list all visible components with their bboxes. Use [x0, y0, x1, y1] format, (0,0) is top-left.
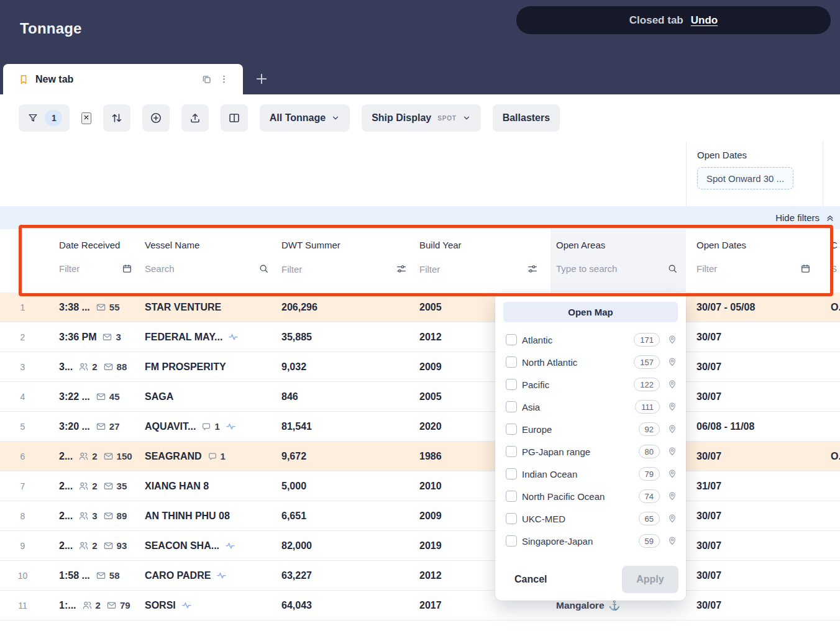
open-dates-filter-label: Open Dates	[697, 150, 823, 160]
date-received: 1:...	[59, 600, 76, 611]
vessel-name: AQUAVIT...	[145, 421, 196, 432]
area-checkbox[interactable]	[506, 424, 517, 435]
open-area-option[interactable]: Indian Ocean 79	[495, 463, 686, 485]
table-row[interactable]: 1 3:38 ... 55 STAR VENTURE 206,296 2005	[0, 293, 840, 322]
area-checkbox[interactable]	[506, 513, 517, 524]
table-row[interactable]: 8 2... 3 89 AN THINH PHU 08 6,651 2009	[0, 501, 840, 531]
dwt-summer-filter[interactable]: Filter	[281, 263, 419, 275]
area-checkbox[interactable]	[506, 334, 517, 345]
location-pin-icon[interactable]	[667, 335, 677, 345]
duplicate-tab-icon[interactable]	[201, 74, 212, 84]
double-chevron-up-icon	[825, 213, 835, 223]
ship-display-select[interactable]: Ship Display SPOT	[362, 104, 480, 132]
open-areas-dropdown: Open Map Atlantic 171 North Atlantic 157…	[495, 293, 686, 601]
build-year-filter[interactable]: Filter	[419, 263, 550, 275]
sort-button[interactable]	[103, 104, 130, 132]
area-count-badge: 111	[635, 400, 660, 414]
area-count-badge: 171	[634, 333, 660, 347]
location-pin-icon[interactable]	[667, 402, 677, 412]
area-label: Singapore-Japan	[522, 536, 593, 547]
columns-button[interactable]	[221, 104, 248, 132]
date-received: 3:20 ...	[59, 421, 90, 432]
vessel-name-search[interactable]: Search	[145, 263, 281, 274]
date-received: 3:38 ...	[59, 302, 90, 313]
cancel-button[interactable]: Cancel	[503, 574, 547, 585]
recipients-count: 2	[78, 361, 97, 372]
clipped-column-filter[interactable]: S	[823, 263, 840, 274]
area-checkbox[interactable]	[506, 468, 517, 479]
table-row[interactable]: 1:4... ... ... ... ⚓	[0, 620, 840, 631]
location-pin-icon[interactable]	[667, 447, 677, 456]
table-row[interactable]: 3 3... 2 88 FM PROSPERITY 9,032 2009	[0, 352, 840, 382]
open-area-option[interactable]: Asia 111	[495, 396, 686, 418]
location-pin-icon[interactable]	[667, 379, 677, 389]
tab-menu-icon[interactable]	[219, 74, 229, 84]
table-row[interactable]: 4 3:22 ... 45 SAGA 846 2005	[0, 382, 840, 412]
location-pin-icon[interactable]	[667, 514, 677, 524]
apply-button[interactable]: Apply	[622, 566, 678, 593]
area-checkbox[interactable]	[506, 401, 517, 412]
area-count-badge: 157	[634, 355, 660, 369]
table-row[interactable]: 11 1:... 2 79 SORSI 64,043 2017 Man	[0, 591, 840, 620]
open-dates-filter-chip[interactable]: Spot Onward 30 ...	[697, 167, 793, 189]
open-area-option[interactable]: PG-Japan range 80	[495, 440, 686, 463]
open-areas-search[interactable]: Type to search	[550, 263, 686, 274]
mail-icon	[96, 391, 106, 402]
area-checkbox[interactable]	[506, 356, 517, 368]
emails-count: 35	[103, 481, 127, 491]
open-area-option[interactable]: UKC-MED 65	[495, 507, 686, 530]
open-dates-filter[interactable]: Filter	[686, 263, 823, 274]
area-checkbox[interactable]	[506, 491, 517, 502]
app-header: Tonnage Closed tab Undo New tab	[0, 0, 840, 94]
open-dates: 30/07	[696, 391, 721, 402]
add-tab-button[interactable]	[248, 65, 275, 93]
table-row[interactable]: 5 3:20 ... 27 AQUAVIT... 1 81,541 2020	[0, 412, 840, 442]
build-year: 2009	[419, 511, 442, 522]
location-pin-icon[interactable]	[667, 491, 677, 501]
vessel-name: SEAGRAND	[145, 451, 202, 462]
date-received: 3...	[59, 361, 73, 373]
open-map-button[interactable]: Open Map	[503, 302, 678, 322]
build-year: 2012	[419, 570, 442, 581]
dwt-summer: 63,227	[281, 570, 312, 581]
build-year: 2005	[419, 391, 442, 402]
location-pin-icon[interactable]	[667, 357, 677, 367]
column-title: Build Year	[419, 240, 550, 250]
location-pin-icon[interactable]	[667, 536, 677, 546]
clear-filters-icon[interactable]	[81, 112, 91, 124]
table-row[interactable]: 2 3:36 PM 3 FEDERAL MAY... 35,885 2012	[0, 322, 840, 352]
table-row[interactable]: 10 1:58 ... 58 CARO PADRE 63,227 2012	[0, 561, 840, 591]
area-checkbox[interactable]	[506, 446, 517, 457]
sort-icon	[111, 112, 123, 124]
emails-count: 79	[106, 600, 130, 611]
location-pin-icon[interactable]	[667, 469, 677, 479]
location-pin-icon[interactable]	[667, 424, 677, 434]
area-checkbox[interactable]	[506, 535, 517, 547]
open-dates: 30/07	[696, 540, 721, 552]
open-area-option[interactable]: Atlantic 171	[495, 329, 686, 351]
dwt-summer: 35,885	[281, 332, 312, 343]
table-row[interactable]: 6 2... 2 150 SEAGRAND 1 9,672 1986	[0, 442, 840, 471]
ballasters-button[interactable]: Ballasters	[493, 104, 560, 132]
open-area-option[interactable]: North Pacific Ocean 74	[495, 485, 686, 507]
date-received-filter[interactable]: Filter	[59, 263, 145, 274]
filter-count: 1	[52, 113, 57, 123]
filter-button[interactable]: 1	[19, 104, 70, 132]
hide-filters-bar[interactable]: Hide filters	[0, 206, 840, 229]
upload-icon	[189, 112, 201, 124]
open-area-option[interactable]: Pacific 122	[495, 373, 686, 396]
tonnage-select[interactable]: All Tonnage	[260, 104, 350, 132]
activity-icon	[226, 421, 236, 432]
open-area-option[interactable]: Singapore-Japan 59	[495, 530, 686, 552]
export-button[interactable]	[181, 104, 209, 132]
tab-new-tab[interactable]: New tab	[3, 64, 243, 94]
add-vessel-button[interactable]	[142, 104, 170, 132]
undo-button[interactable]: Undo	[691, 14, 718, 27]
open-area-option[interactable]: Europe 92	[495, 418, 686, 440]
open-area-option[interactable]: North Atlantic 157	[495, 351, 686, 373]
table-row[interactable]: 9 2... 2 93 SEACON SHA... 82,000 2019	[0, 531, 840, 561]
area-label: Indian Ocean	[522, 469, 577, 479]
open-dates: 30/07	[696, 332, 721, 343]
table-row[interactable]: 7 2... 2 35 XIANG HAN 8 5,000 2010	[0, 471, 840, 501]
area-checkbox[interactable]	[506, 379, 517, 390]
